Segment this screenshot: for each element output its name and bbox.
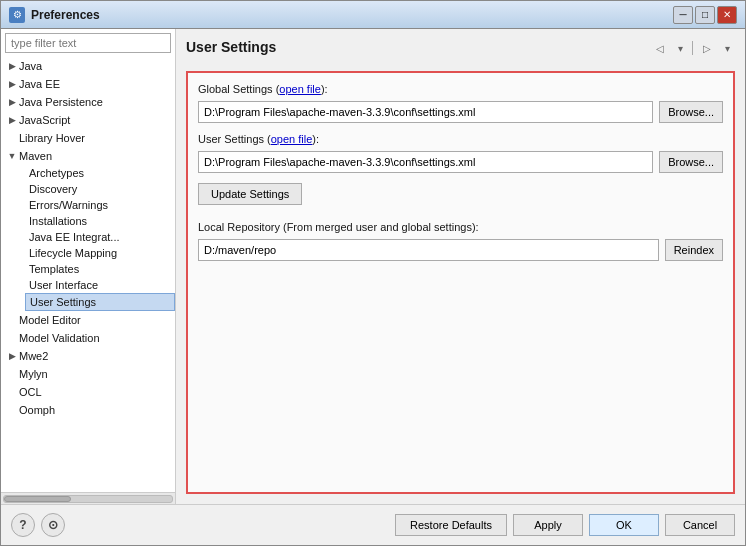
scrollbar-track [3,495,173,503]
sidebar-item-user-settings[interactable]: User Settings [25,293,175,311]
expand-arrow-java-ee: ▶ [5,77,19,91]
sidebar-item-model-validation-label: Model Validation [19,332,100,344]
sidebar-item-mwe2-label: Mwe2 [19,350,48,362]
expand-arrow-java-persistence: ▶ [5,95,19,109]
sidebar-item-user-interface-label: User Interface [29,279,98,291]
sidebar-item-discovery-label: Discovery [29,183,77,195]
sidebar-item-oomph-label: Oomph [19,404,55,416]
sidebar-item-java-ee-label: Java EE [19,78,60,90]
local-repo-input[interactable] [198,239,659,261]
user-settings-browse-button[interactable]: Browse... [659,151,723,173]
sidebar-item-maven-label: Maven [19,150,52,162]
maximize-button[interactable]: □ [695,6,715,24]
sidebar-item-model-validation[interactable]: ▶ Model Validation [1,329,175,347]
sidebar-item-oomph[interactable]: ▶ Oomph [1,401,175,419]
sidebar-item-library-hover[interactable]: ▶ Library Hover [1,129,175,147]
sidebar-item-ocl-label: OCL [19,386,42,398]
title-controls: ─ □ ✕ [673,6,737,24]
sidebar-item-installations-label: Installations [29,215,87,227]
forward2-dropdown-button[interactable]: ▾ [719,39,735,57]
ok-button[interactable]: OK [589,514,659,536]
toolbar-divider [692,41,693,55]
minimize-button[interactable]: ─ [673,6,693,24]
sidebar-item-installations[interactable]: Installations [25,213,175,229]
global-settings-browse-button[interactable]: Browse... [659,101,723,123]
sidebar-item-java-ee[interactable]: ▶ Java EE [1,75,175,93]
help-button[interactable]: ? [11,513,35,537]
bottom-bar: ? ⊙ Restore Defaults Apply OK Cancel [1,504,745,545]
sidebar-item-discovery[interactable]: Discovery [25,181,175,197]
title-bar-left: ⚙ Preferences [9,7,100,23]
global-settings-row: Browse... [198,101,723,123]
filter-input[interactable] [5,33,171,53]
horizontal-scrollbar[interactable] [1,492,175,504]
sidebar-item-lifecycle-mapping-label: Lifecycle Mapping [29,247,117,259]
sidebar-item-templates-label: Templates [29,263,79,275]
local-repo-label: Local Repository (From merged user and g… [198,221,723,233]
settings-button[interactable]: ⊙ [41,513,65,537]
sidebar-item-model-editor-label: Model Editor [19,314,81,326]
sidebar-item-errors-warnings-label: Errors/Warnings [29,199,108,211]
expand-arrow-java: ▶ [5,59,19,73]
settings-box: Global Settings (open file): Browse... U… [186,71,735,494]
window-icon: ⚙ [9,7,25,23]
sidebar-item-mylyn[interactable]: ▶ Mylyn [1,365,175,383]
title-bar: ⚙ Preferences ─ □ ✕ [1,1,745,29]
content-area: ▶ Java ▶ Java EE ▶ Java Persistence ▶ Ja… [1,29,745,504]
back-button[interactable]: ◁ [650,39,670,57]
sidebar-item-mwe2[interactable]: ▶ Mwe2 [1,347,175,365]
global-settings-link[interactable]: open file [279,83,321,95]
sidebar-item-java-ee-integration[interactable]: Java EE Integrat... [25,229,175,245]
main-header: User Settings ◁ ▾ ▷ ▾ [186,39,735,63]
bottom-left: ? ⊙ [11,513,65,537]
user-settings-input[interactable] [198,151,653,173]
sidebar-item-archetypes-label: Archetypes [29,167,84,179]
user-settings-link[interactable]: open file [271,133,313,145]
apply-button[interactable]: Apply [513,514,583,536]
sidebar-item-library-hover-label: Library Hover [19,132,85,144]
global-settings-label: Global Settings (open file): [198,83,723,95]
cancel-button[interactable]: Cancel [665,514,735,536]
sidebar-item-templates[interactable]: Templates [25,261,175,277]
sidebar-item-model-editor[interactable]: ▶ Model Editor [1,311,175,329]
user-settings-row: Browse... [198,151,723,173]
sidebar-item-maven[interactable]: ▼ Maven [1,147,175,165]
sidebar-item-errors-warnings[interactable]: Errors/Warnings [25,197,175,213]
forward-dropdown-button[interactable]: ▾ [672,39,688,57]
main-panel: User Settings ◁ ▾ ▷ ▾ Global Settings (o… [176,29,745,504]
close-button[interactable]: ✕ [717,6,737,24]
expand-arrow-mwe2: ▶ [5,349,19,363]
tree-scroll: ▶ Java ▶ Java EE ▶ Java Persistence ▶ Ja… [1,57,175,492]
bottom-right: Restore Defaults Apply OK Cancel [395,514,735,536]
sidebar-item-javascript[interactable]: ▶ JavaScript [1,111,175,129]
sidebar-item-user-settings-label: User Settings [30,296,96,308]
sidebar-item-java-label: Java [19,60,42,72]
expand-arrow-javascript: ▶ [5,113,19,127]
user-settings-label: User Settings (open file): [198,133,723,145]
sidebar-item-java[interactable]: ▶ Java [1,57,175,75]
sidebar-item-java-ee-integration-label: Java EE Integrat... [29,231,120,243]
update-settings-button[interactable]: Update Settings [198,183,302,205]
local-repo-row: Reindex [198,239,723,261]
sidebar-item-lifecycle-mapping[interactable]: Lifecycle Mapping [25,245,175,261]
sidebar: ▶ Java ▶ Java EE ▶ Java Persistence ▶ Ja… [1,29,176,504]
reindex-button[interactable]: Reindex [665,239,723,261]
preferences-window: ⚙ Preferences ─ □ ✕ ▶ Java ▶ Java EE [0,0,746,546]
sidebar-item-archetypes[interactable]: Archetypes [25,165,175,181]
toolbar: ◁ ▾ ▷ ▾ [650,39,735,57]
page-title: User Settings [186,39,276,55]
sidebar-item-java-persistence-label: Java Persistence [19,96,103,108]
scrollbar-thumb [4,496,71,502]
window-title: Preferences [31,8,100,22]
sidebar-item-user-interface[interactable]: User Interface [25,277,175,293]
global-settings-input[interactable] [198,101,653,123]
sidebar-item-java-persistence[interactable]: ▶ Java Persistence [1,93,175,111]
forward-button[interactable]: ▷ [697,39,717,57]
restore-defaults-button[interactable]: Restore Defaults [395,514,507,536]
expand-arrow-maven: ▼ [5,149,19,163]
maven-children: Archetypes Discovery Errors/Warnings Ins… [1,165,175,311]
sidebar-item-mylyn-label: Mylyn [19,368,48,380]
sidebar-item-javascript-label: JavaScript [19,114,70,126]
sidebar-item-ocl[interactable]: ▶ OCL [1,383,175,401]
